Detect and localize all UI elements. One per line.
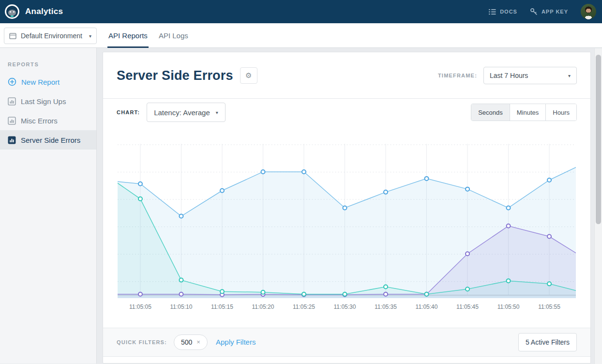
environment-value: Default Environment [21, 32, 82, 40]
tab-bar: Default Environment ▾ API Reports API Lo… [0, 23, 602, 48]
latency-blue-point[interactable] [343, 206, 347, 210]
page-title: Server Side Errors [117, 68, 233, 83]
chart-region: 11:05:0511:05:1011:05:1511:05:2011:05:25… [103, 126, 590, 328]
latency-purple-point[interactable] [179, 292, 183, 296]
report-chart-icon [8, 117, 16, 125]
chart-metric-select[interactable]: Latency: Average ▾ [147, 103, 226, 122]
latency-blue-point[interactable] [384, 190, 388, 194]
latency-teal-point[interactable] [302, 292, 306, 296]
sidebar-item-last-sign-ups[interactable]: Last Sign Ups [0, 91, 96, 111]
latency-chart[interactable] [118, 144, 576, 300]
tab-api-reports[interactable]: API Reports [107, 23, 149, 47]
latency-teal-point[interactable] [220, 289, 224, 293]
environment-select[interactable]: Default Environment ▾ [4, 28, 97, 44]
report-card: Server Side Errors ⚙ TIMEFRAME: Last 7 H… [103, 52, 591, 364]
latency-teal-point[interactable] [547, 282, 551, 286]
latency-purple-point[interactable] [384, 292, 388, 296]
x-axis-label: 11:05:30 [334, 303, 356, 310]
active-filters-button[interactable]: 5 Active Filters [518, 333, 577, 351]
quick-filters-bar: QUICK FILTERS: 500 × Apply Filters 5 Act… [103, 328, 590, 357]
chevron-down-icon: ▾ [568, 73, 571, 78]
latency-teal-point[interactable] [384, 285, 388, 289]
brand-title: Analytics [25, 7, 63, 16]
reports-sidebar: REPORTS New Report Last Sign Ups Misc Er… [0, 48, 97, 364]
x-axis-label: 11:05:10 [170, 303, 193, 310]
x-axis-label: 11:05:40 [416, 303, 438, 310]
filter-pill-500[interactable]: 500 × [174, 334, 208, 350]
latency-teal-point[interactable] [138, 197, 142, 201]
x-axis-labels: 11:05:0511:05:1011:05:1511:05:2011:05:25… [118, 302, 576, 312]
sidebar-section-label: REPORTS [8, 61, 96, 67]
timeframe-label: TIMEFRAME: [438, 73, 477, 78]
x-axis-label: 11:05:55 [538, 303, 560, 310]
sidebar-item-server-side-errors[interactable]: Server Side Errors [0, 130, 96, 150]
latency-blue-point[interactable] [547, 178, 551, 182]
interval-toggle: Seconds Minutes Hours [471, 104, 577, 121]
quick-filters-label: QUICK FILTERS: [117, 339, 167, 345]
latency-blue-point[interactable] [466, 187, 469, 191]
latency-purple-point[interactable] [547, 235, 551, 239]
sidebar-item-misc-errors[interactable]: Misc Errors [0, 111, 96, 130]
x-axis-label: 11:05:45 [456, 303, 479, 310]
x-axis-label: 11:05:15 [211, 303, 233, 310]
report-chart-icon [8, 97, 16, 106]
chevron-down-icon: ▾ [89, 33, 91, 39]
user-avatar[interactable] [581, 4, 596, 19]
x-axis-label: 11:05:35 [375, 303, 397, 310]
interval-minutes-button[interactable]: Minutes [510, 104, 546, 121]
latency-teal-point[interactable] [261, 290, 265, 294]
latency-teal-point[interactable] [507, 279, 511, 283]
interval-seconds-button[interactable]: Seconds [471, 104, 510, 121]
latency-teal-point[interactable] [179, 278, 183, 282]
latency-blue-point[interactable] [220, 189, 224, 193]
chevron-down-icon: ▾ [216, 110, 218, 115]
apply-filters-link[interactable]: Apply Filters [216, 338, 256, 346]
latency-blue-point[interactable] [302, 170, 306, 174]
docs-link[interactable]: DOCS [489, 9, 517, 15]
latency-teal-point[interactable] [343, 292, 347, 296]
chart-metric-value: Latency: Average [154, 108, 210, 117]
x-axis-label: 11:05:20 [252, 303, 274, 310]
latency-blue-point[interactable] [179, 214, 183, 218]
latency-purple-point[interactable] [507, 224, 511, 228]
environment-window-icon [9, 33, 16, 39]
analytics-logo-icon [5, 4, 19, 19]
report-settings-button[interactable]: ⚙ [240, 67, 257, 84]
scrollbar-thumb[interactable] [596, 55, 601, 224]
latency-blue-point[interactable] [425, 177, 429, 181]
interval-hours-button[interactable]: Hours [545, 104, 576, 121]
chart-label: CHART: [117, 109, 140, 115]
plus-circle-icon [8, 77, 16, 86]
latency-purple-point[interactable] [466, 252, 469, 256]
sidebar-item-new-report[interactable]: New Report [0, 72, 96, 91]
report-chart-icon-active [8, 136, 16, 144]
latency-blue-point[interactable] [138, 182, 142, 186]
app-key-link[interactable]: APP KEY [530, 8, 568, 15]
remove-filter-icon[interactable]: × [196, 339, 200, 345]
scrollbar-track[interactable] [594, 48, 602, 364]
key-icon [530, 8, 538, 15]
tab-api-logs[interactable]: API Logs [158, 23, 189, 47]
timeframe-select[interactable]: Last 7 Hours ▾ [483, 67, 577, 84]
top-navbar: Analytics DOCS APP KEY [0, 0, 602, 23]
latency-blue-point[interactable] [261, 170, 265, 174]
docs-list-icon [489, 9, 496, 15]
x-axis-label: 11:05:50 [497, 303, 520, 310]
latency-blue-point[interactable] [507, 206, 511, 210]
x-axis-label: 11:05:05 [129, 303, 151, 310]
latency-purple-point[interactable] [138, 292, 142, 296]
latency-teal-point[interactable] [466, 287, 469, 291]
latency-teal-point[interactable] [425, 292, 429, 296]
x-axis-label: 11:05:25 [293, 303, 315, 310]
main-area: Server Side Errors ⚙ TIMEFRAME: Last 7 H… [97, 48, 602, 364]
gear-icon: ⚙ [245, 71, 252, 80]
timeframe-value: Last 7 Hours [490, 72, 528, 79]
